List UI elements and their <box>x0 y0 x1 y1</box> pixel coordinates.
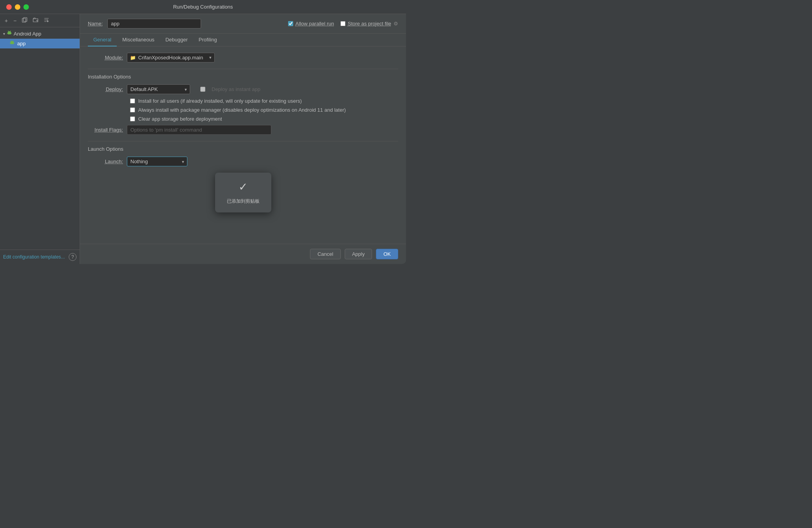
android-group-icon <box>7 30 12 37</box>
module-label: Module: <box>88 55 123 61</box>
installation-options-title: Installation Options <box>88 74 398 80</box>
sidebar-item-app[interactable]: app <box>0 39 80 48</box>
install-flags-row: Install Flags: <box>88 125 398 135</box>
module-select[interactable]: CrifanXposedHook.app.main <box>127 53 215 62</box>
svg-rect-6 <box>7 33 8 34</box>
name-label: Name: <box>88 21 103 27</box>
remove-config-button[interactable]: − <box>12 17 18 25</box>
android-item-icon <box>9 40 15 47</box>
launch-label: Launch: <box>88 159 123 164</box>
clear-storage-label: Clear app storage before deployment <box>138 116 222 122</box>
install-flags-label: Install Flags: <box>88 127 123 133</box>
toast-check-icon: ✓ <box>239 180 248 193</box>
launch-separator <box>88 141 398 141</box>
svg-line-11 <box>13 41 13 41</box>
install-all-users-label: Install for all users (if already instal… <box>138 98 302 104</box>
tab-general-label: General <box>93 37 111 43</box>
deploy-dropdown-wrapper: Default APK APK from app bundle Nothing <box>127 84 190 94</box>
config-panel: Name: Allow parallel run Store as projec… <box>80 14 406 264</box>
always-install-pm-row: Always install with package manager (dis… <box>88 107 398 113</box>
copy-icon <box>22 17 27 23</box>
store-project-label[interactable]: Store as project file ⚙ <box>340 21 398 27</box>
deploy-instant-checkbox[interactable] <box>200 87 205 92</box>
module-row: Module: 📁 CrifanXposedHook.app.main ▾ <box>88 53 398 62</box>
tab-profiling-label: Profiling <box>199 37 217 43</box>
chevron-down-icon: ▾ <box>3 32 5 36</box>
tab-debugger[interactable]: Debugger <box>160 34 193 46</box>
sort-config-button[interactable] <box>42 16 51 25</box>
svg-line-5 <box>10 31 11 32</box>
deploy-instant-label: Deploy as instant app <box>200 86 260 92</box>
help-button[interactable]: ? <box>69 253 77 261</box>
always-install-pm-label: Always install with package manager (dis… <box>138 107 346 113</box>
svg-line-10 <box>11 41 11 41</box>
tree-item-label: app <box>17 41 26 46</box>
clear-storage-checkbox[interactable] <box>130 116 135 121</box>
installation-separator <box>88 69 398 69</box>
tab-profiling[interactable]: Profiling <box>193 34 223 46</box>
tab-general[interactable]: General <box>88 34 117 46</box>
allow-parallel-label[interactable]: Allow parallel run <box>288 21 334 27</box>
ok-button[interactable]: OK <box>376 249 398 259</box>
traffic-lights <box>6 4 29 10</box>
main-content: + − <box>0 14 406 264</box>
install-all-users-row: Install for all users (if already instal… <box>88 98 398 104</box>
edit-templates-link[interactable]: Edit configuration templates... <box>3 254 65 260</box>
config-footer: Cancel Apply OK <box>80 244 406 264</box>
tabs: General Miscellaneous Debugger Profiling <box>80 34 406 46</box>
install-all-users-checkbox[interactable] <box>130 98 135 103</box>
deploy-select[interactable]: Default APK APK from app bundle Nothing <box>127 84 190 94</box>
apply-button[interactable]: Apply <box>345 249 372 259</box>
store-project-checkbox[interactable] <box>340 21 345 26</box>
tab-debugger-label: Debugger <box>166 37 188 43</box>
copy-config-button[interactable] <box>20 16 29 25</box>
svg-rect-7 <box>11 33 12 34</box>
sidebar: + − <box>0 14 80 264</box>
folder-move-icon <box>33 17 38 23</box>
window-title: Run/Debug Configurations <box>173 4 233 10</box>
add-config-button[interactable]: + <box>3 17 9 25</box>
launch-options-title: Launch Options <box>88 146 398 152</box>
sidebar-footer: Edit configuration templates... ? <box>0 250 80 264</box>
tree-group-label: Android App <box>14 31 41 37</box>
move-config-button[interactable] <box>31 16 40 25</box>
always-install-pm-checkbox[interactable] <box>130 107 135 112</box>
svg-rect-12 <box>10 43 11 44</box>
config-header: Name: Allow parallel run Store as projec… <box>80 14 406 34</box>
tree-group-android-app[interactable]: ▾ Android App <box>0 29 80 39</box>
cancel-button[interactable]: Cancel <box>310 249 340 259</box>
svg-rect-13 <box>14 43 14 44</box>
launch-row: Launch: Nothing Default Activity Specifi… <box>88 157 398 166</box>
install-flags-input[interactable] <box>127 125 271 135</box>
tab-content: Module: 📁 CrifanXposedHook.app.main ▾ In… <box>80 46 406 244</box>
store-project-text: Store as project file <box>348 21 391 27</box>
close-button[interactable] <box>6 4 12 10</box>
clear-storage-row: Clear app storage before deployment <box>88 116 398 122</box>
svg-line-4 <box>8 31 9 32</box>
tab-miscellaneous-label: Miscellaneous <box>122 37 154 43</box>
svg-rect-9 <box>11 42 14 44</box>
svg-rect-3 <box>8 32 11 34</box>
allow-parallel-text: Allow parallel run <box>296 21 334 27</box>
deploy-label: Deploy: <box>88 86 123 92</box>
minimize-button[interactable] <box>15 4 20 10</box>
title-bar: Run/Debug Configurations <box>0 0 406 14</box>
launch-select[interactable]: Nothing Default Activity Specified Activ… <box>127 157 187 166</box>
toast-overlay: ✓ 已添加到剪贴板 <box>215 173 271 212</box>
deploy-row: Deploy: Default APK APK from app bundle … <box>88 84 398 94</box>
header-options: Allow parallel run Store as project file… <box>288 21 398 27</box>
sidebar-tree: ▾ Android App <box>0 27 80 250</box>
sidebar-toolbar: + − <box>0 14 80 27</box>
sort-icon <box>44 17 49 23</box>
maximize-button[interactable] <box>23 4 29 10</box>
allow-parallel-checkbox[interactable] <box>288 21 293 26</box>
launch-dropdown-wrapper: Nothing Default Activity Specified Activ… <box>127 157 187 166</box>
tab-miscellaneous[interactable]: Miscellaneous <box>117 34 160 46</box>
deploy-instant-text: Deploy as instant app <box>212 86 260 92</box>
name-input[interactable] <box>107 19 201 29</box>
toast-text: 已添加到剪贴板 <box>227 198 260 205</box>
store-project-gear-button[interactable]: ⚙ <box>394 21 398 27</box>
module-dropdown-wrapper: 📁 CrifanXposedHook.app.main ▾ <box>127 53 215 62</box>
